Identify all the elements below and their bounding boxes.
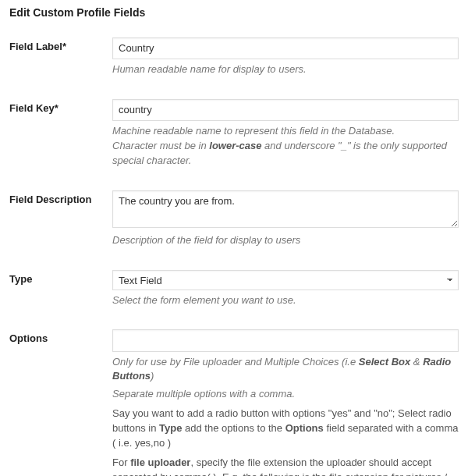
options-help2: Separate multiple options with a comma. bbox=[112, 387, 459, 402]
field-description-input[interactable] bbox=[112, 190, 459, 228]
field-key-help: Machine readable name to represent this … bbox=[112, 124, 459, 169]
field-label-help: Human readable name for display to users… bbox=[112, 62, 459, 77]
type-select[interactable]: Text Field bbox=[112, 270, 459, 290]
options-input[interactable] bbox=[112, 329, 459, 351]
field-key-help-line2a: Character must be in bbox=[112, 140, 209, 151]
type-help: Select the form element you want to use. bbox=[112, 293, 459, 308]
label-options: Options bbox=[9, 329, 112, 344]
row-options: Options Only for use by File uploader an… bbox=[9, 329, 459, 476]
options-help1: Only for use by File uploader and Multip… bbox=[112, 355, 459, 385]
edit-profile-fields-form: Edit Custom Profile Fields Field Label* … bbox=[0, 0, 468, 476]
label-type: Type bbox=[9, 270, 112, 285]
options-help4: For file uploader, specify the file exte… bbox=[112, 456, 459, 476]
field-description-help: Description of the field for display to … bbox=[112, 233, 459, 248]
field-key-input[interactable] bbox=[112, 99, 459, 121]
options-help3: Say you want to add a radio button with … bbox=[112, 407, 459, 451]
label-field-description: Field Description bbox=[9, 190, 112, 205]
row-field-label: Field Label* Human readable name for dis… bbox=[9, 37, 459, 77]
label-field-key: Field Key* bbox=[9, 99, 112, 114]
field-key-help-line1: Machine readable name to represent this … bbox=[112, 125, 395, 137]
row-type: Type Text Field Select the form element … bbox=[9, 270, 459, 308]
field-key-help-strong1: lower-case bbox=[209, 140, 261, 151]
field-label-input[interactable] bbox=[112, 37, 459, 59]
row-field-description: Field Description Description of the fie… bbox=[9, 190, 459, 248]
label-field-label: Field Label* bbox=[9, 37, 112, 52]
row-field-key: Field Key* Machine readable name to repr… bbox=[9, 99, 459, 169]
page-title: Edit Custom Profile Fields bbox=[9, 6, 459, 19]
